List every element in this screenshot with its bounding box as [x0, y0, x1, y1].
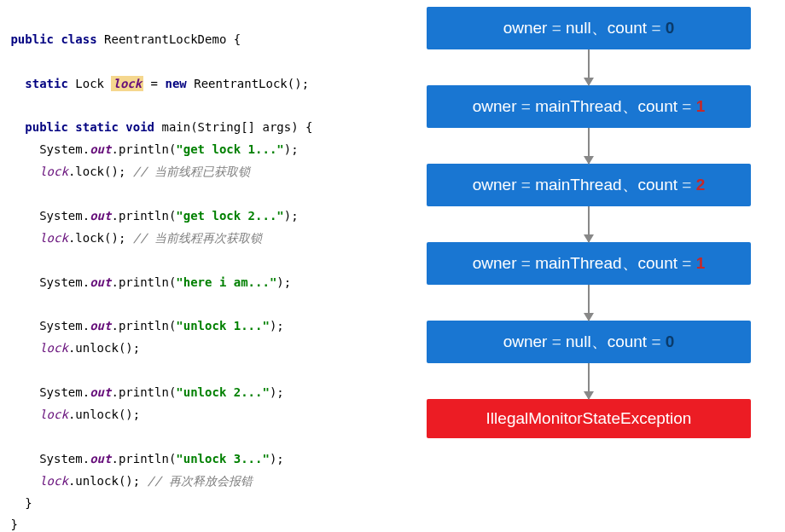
exception-box: IllegalMonitorStateException — [427, 399, 751, 438]
arrow-down-icon — [588, 363, 590, 399]
code-line: public class ReentrantLockDemo { — [3, 32, 241, 46]
code-line: System.out.println("get lock 2..."); — [3, 209, 299, 223]
code-line: lock.unlock(); — [3, 408, 140, 421]
code-line: System.out.println("unlock 1..."); — [3, 319, 284, 332]
arrow-down-icon — [588, 285, 590, 321]
code-line: System.out.println("unlock 3..."); — [3, 452, 284, 466]
state-diagram: owner = null、count = 0 owner = mainThrea… — [410, 0, 785, 532]
code-line: static Lock lock = new ReentrantLock(); — [3, 76, 309, 91]
code-line: System.out.println("unlock 2..."); — [3, 385, 284, 399]
watermark: Coding Diary — [638, 496, 751, 515]
code-line: System.out.println("get lock 1..."); — [3, 142, 299, 156]
state-box: owner = mainThread、count = 1 — [427, 85, 751, 128]
code-line: } — [3, 518, 18, 531]
arrow-down-icon — [588, 49, 590, 85]
wechat-icon — [638, 496, 657, 515]
state-box: owner = mainThread、count = 1 — [427, 242, 751, 285]
code-line: lock.lock(); // 当前线程已获取锁 — [3, 165, 250, 178]
code-line: lock.unlock(); // 再次释放会报错 — [3, 474, 253, 488]
state-box: owner = null、count = 0 — [427, 7, 751, 49]
code-line: } — [3, 496, 32, 510]
arrow-down-icon — [588, 128, 590, 164]
code-line: lock.lock(); // 当前线程再次获取锁 — [3, 231, 262, 245]
state-box: owner = mainThread、count = 2 — [427, 164, 751, 206]
code-line: public static void main(String[] args) { — [3, 120, 312, 134]
code-pane: public class ReentrantLockDemo { static … — [0, 0, 410, 532]
state-box: owner = null、count = 0 — [427, 321, 751, 363]
arrow-down-icon — [588, 206, 590, 242]
code-line: System.out.println("here i am..."); — [3, 275, 291, 289]
code-line: lock.unlock(); — [3, 341, 140, 355]
